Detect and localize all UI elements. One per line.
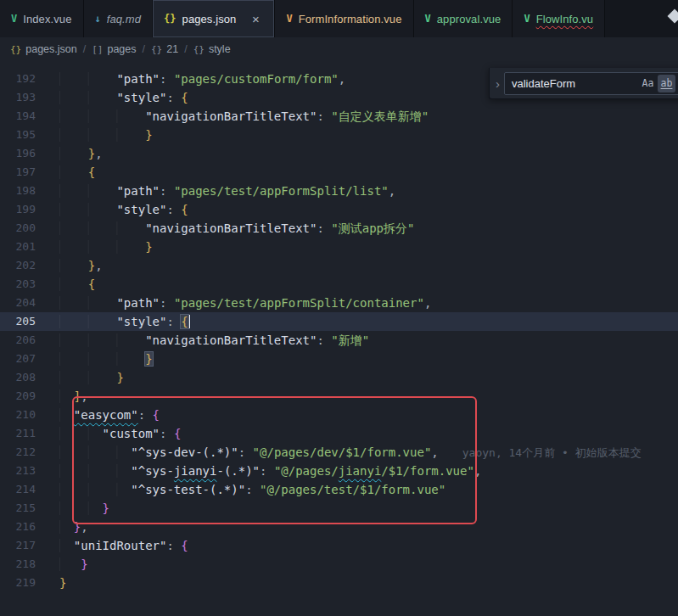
code-line-216[interactable]: 216 }, bbox=[0, 518, 678, 536]
breadcrumb-item-style[interactable]: {}style bbox=[193, 43, 231, 55]
line-number[interactable]: 210 bbox=[0, 406, 36, 424]
line-number[interactable]: 192 bbox=[0, 70, 36, 88]
line-number[interactable]: 208 bbox=[0, 368, 36, 387]
code-token: , bbox=[431, 445, 438, 459]
code-text: } bbox=[36, 574, 66, 592]
code-editor[interactable]: 192 "path": "pages/customForm/form",193 … bbox=[0, 61, 678, 616]
code-line-212[interactable]: 212 "^sys-dev-(.*)": "@/pages/dev/$1/for… bbox=[0, 443, 678, 462]
code-token bbox=[59, 109, 145, 123]
code-text: "path": "pages/test/appFormSplit/list", bbox=[36, 182, 395, 200]
toggle-replace-icon[interactable]: › bbox=[491, 76, 504, 91]
code-line-209[interactable]: 209 ], bbox=[0, 387, 678, 406]
tab-pages-json[interactable]: {}pages.json× bbox=[153, 0, 275, 37]
code-line-206[interactable]: 206 "navigationBarTitleText": "新增" bbox=[0, 331, 678, 350]
line-number[interactable]: 219 bbox=[0, 574, 36, 592]
line-number[interactable]: 211 bbox=[0, 424, 36, 443]
code-token bbox=[59, 427, 103, 440]
code-line-215[interactable]: 215 } bbox=[0, 499, 678, 518]
code-token: : bbox=[238, 445, 253, 459]
line-number[interactable]: 206 bbox=[0, 331, 36, 350]
tab-flowinfo-vu[interactable]: VFlowInfo.vu bbox=[513, 0, 605, 37]
line-number[interactable]: 194 bbox=[0, 107, 36, 126]
line-number[interactable]: 204 bbox=[0, 294, 36, 312]
line-number[interactable]: 207 bbox=[0, 350, 36, 368]
line-number[interactable]: 213 bbox=[0, 462, 36, 480]
code-line-207[interactable]: 207 } bbox=[0, 350, 678, 368]
close-tab-icon[interactable]: × bbox=[248, 11, 263, 26]
line-number[interactable]: 205 bbox=[0, 312, 36, 331]
code-token: { bbox=[174, 427, 181, 440]
code-token bbox=[59, 464, 131, 478]
line-number[interactable]: 215 bbox=[0, 499, 36, 518]
code-token: : bbox=[317, 221, 331, 235]
code-line-210[interactable]: 210 "easycom": { bbox=[0, 406, 678, 424]
match-case-button[interactable]: Aa bbox=[639, 75, 657, 92]
line-number[interactable]: 216 bbox=[0, 518, 36, 536]
code-line-218[interactable]: 218 } bbox=[0, 555, 678, 574]
breadcrumb-item-pages[interactable]: []pages bbox=[92, 43, 136, 55]
breadcrumb-item-21[interactable]: {}21 bbox=[151, 43, 178, 55]
line-number[interactable]: 202 bbox=[0, 256, 36, 275]
line-number[interactable]: 212 bbox=[0, 443, 36, 462]
tab-forminformation-vue[interactable]: VFormInformation.vue bbox=[275, 0, 413, 37]
code-line-219[interactable]: 219} bbox=[0, 574, 678, 592]
code-line-201[interactable]: 201 } bbox=[0, 238, 678, 256]
line-number[interactable]: 199 bbox=[0, 200, 36, 219]
git-blame-annotation: yaoyn, 14个月前 • 初始版本提交 bbox=[462, 446, 642, 459]
whole-word-button[interactable]: ab bbox=[658, 75, 675, 92]
code-token: : bbox=[260, 464, 274, 478]
code-line-198[interactable]: 198 "path": "pages/test/appFormSplit/lis… bbox=[0, 182, 678, 200]
code-line-214[interactable]: 214 "^sys-test-(.*)": "@/pages/test/$1/f… bbox=[0, 480, 678, 499]
code-line-202[interactable]: 202 }, bbox=[0, 256, 678, 275]
tab-faq-md[interactable]: ↓faq.md bbox=[84, 0, 154, 37]
find-query-text: validateForm bbox=[512, 77, 638, 90]
line-number[interactable]: 198 bbox=[0, 182, 36, 200]
code-line-200[interactable]: 200 "navigationBarTitleText": "测试app拆分" bbox=[0, 219, 678, 238]
code-token: /$1/form.vue" bbox=[381, 464, 474, 478]
code-token: "style" bbox=[116, 91, 166, 104]
code-text: "custom": { bbox=[36, 424, 181, 443]
code-token: "pages/customForm/form" bbox=[174, 72, 339, 86]
code-line-196[interactable]: 196 }, bbox=[0, 144, 678, 163]
code-token: , bbox=[95, 147, 102, 160]
code-text: "^sys-test-(.*)": "@/pages/test/$1/form.… bbox=[36, 480, 445, 499]
code-line-205[interactable]: 205 "style": { bbox=[0, 312, 678, 331]
code-text: }, bbox=[36, 518, 88, 536]
line-number[interactable]: 203 bbox=[0, 275, 36, 294]
line-number[interactable]: 195 bbox=[0, 126, 36, 144]
breadcrumb-item-pages.json[interactable]: {}pages.json bbox=[10, 43, 77, 55]
code-line-213[interactable]: 213 "^sys-jianyi-(.*)": "@/pages/jianyi/… bbox=[0, 462, 678, 480]
code-line-208[interactable]: 208 } bbox=[0, 368, 678, 387]
code-line-204[interactable]: 204 "path": "pages/test/appFormSplit/con… bbox=[0, 294, 678, 312]
tab-label: pages.json bbox=[182, 13, 237, 25]
line-number[interactable]: 196 bbox=[0, 144, 36, 163]
code-token bbox=[59, 408, 74, 422]
line-number[interactable]: 200 bbox=[0, 219, 36, 238]
code-text: { bbox=[36, 275, 95, 294]
code-line-194[interactable]: 194 "navigationBarTitleText": "自定义表单新增" bbox=[0, 107, 678, 126]
code-token: } bbox=[145, 240, 152, 254]
line-number[interactable]: 193 bbox=[0, 88, 36, 107]
code-line-217[interactable]: 217 "uniIdRouter": { bbox=[0, 536, 678, 555]
code-line-203[interactable]: 203 { bbox=[0, 275, 678, 294]
code-line-197[interactable]: 197 { bbox=[0, 163, 678, 182]
code-token: : bbox=[166, 203, 181, 216]
line-number[interactable]: 201 bbox=[0, 238, 36, 256]
code-token bbox=[59, 445, 131, 459]
line-number[interactable]: 217 bbox=[0, 536, 36, 555]
tab-index-vue[interactable]: VIndex.vue bbox=[0, 0, 84, 37]
code-token: , bbox=[389, 184, 395, 198]
find-input[interactable]: validateForm Aa ab .* bbox=[504, 72, 678, 95]
line-number[interactable]: 218 bbox=[0, 555, 36, 574]
line-number[interactable]: 209 bbox=[0, 387, 36, 406]
symbol-array-icon: [] bbox=[92, 44, 103, 55]
code-token: { bbox=[153, 408, 160, 422]
code-text: "^sys-jianyi-(.*)": "@/pages/jianyi/$1/f… bbox=[36, 462, 481, 480]
code-line-195[interactable]: 195 } bbox=[0, 126, 678, 144]
line-number[interactable]: 197 bbox=[0, 163, 36, 182]
line-number[interactable]: 214 bbox=[0, 480, 36, 499]
code-line-211[interactable]: 211 "custom": { bbox=[0, 424, 678, 443]
code-token: : bbox=[138, 408, 153, 422]
tab-approval-vue[interactable]: Vapproval.vue bbox=[414, 0, 513, 37]
code-line-199[interactable]: 199 "style": { bbox=[0, 200, 678, 219]
